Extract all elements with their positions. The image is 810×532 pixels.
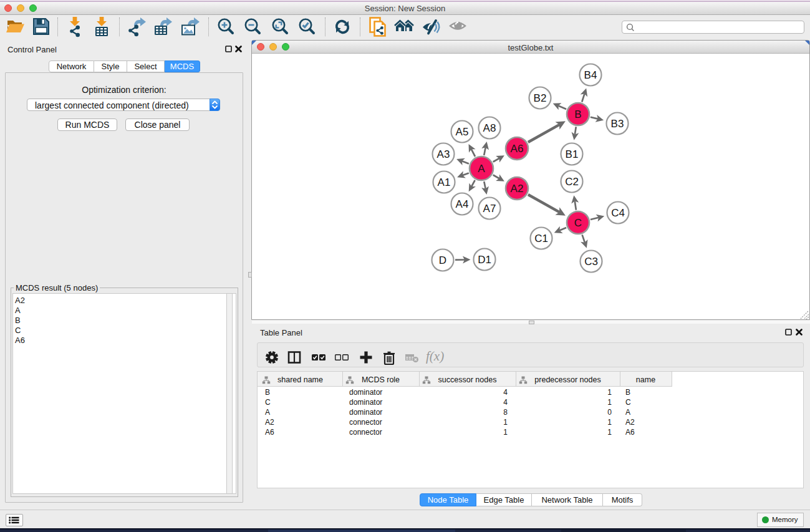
svg-text:C: C bbox=[574, 217, 582, 229]
svg-text:A3: A3 bbox=[437, 148, 450, 160]
svg-text:A2: A2 bbox=[511, 183, 524, 195]
svg-text:C1: C1 bbox=[534, 233, 548, 244]
svg-text:A6: A6 bbox=[511, 143, 524, 155]
svg-text:B3: B3 bbox=[611, 118, 624, 130]
svg-text:A1: A1 bbox=[438, 177, 451, 188]
svg-text:A5: A5 bbox=[456, 126, 469, 138]
svg-text:B1: B1 bbox=[566, 148, 579, 160]
svg-text:A8: A8 bbox=[483, 122, 496, 134]
svg-text:C3: C3 bbox=[584, 256, 598, 268]
svg-text:C4: C4 bbox=[611, 207, 625, 219]
svg-text:B2: B2 bbox=[534, 92, 547, 104]
svg-text:D1: D1 bbox=[478, 254, 491, 266]
svg-text:A: A bbox=[478, 163, 485, 175]
svg-text:B4: B4 bbox=[584, 69, 597, 81]
svg-text:D: D bbox=[439, 254, 446, 266]
svg-text:A4: A4 bbox=[456, 198, 469, 210]
svg-text:A7: A7 bbox=[483, 203, 496, 215]
svg-text:B: B bbox=[574, 109, 581, 120]
svg-text:C2: C2 bbox=[565, 176, 579, 188]
